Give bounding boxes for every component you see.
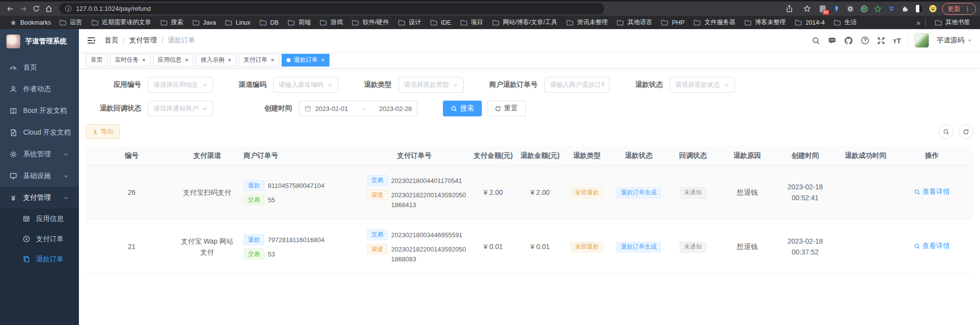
refresh-table-button[interactable] [958,124,973,139]
sidebar-subitem-2[interactable]: 退款订单 [0,249,79,269]
cell-success-time [836,188,895,198]
sidebar-item-4[interactable]: 系统管理 [0,144,79,165]
forward-icon[interactable] [17,3,30,15]
bookmarks-overflow-chevron[interactable]: » [916,19,920,27]
order-no-line: 交易 53 [244,249,358,259]
user-avatar[interactable] [914,33,929,48]
bookmark-folder[interactable]: 文件服务器 [690,17,739,28]
close-icon[interactable]: × [228,57,231,63]
fullscreen-icon[interactable] [877,36,885,45]
extension-dark-circle[interactable] [846,4,854,13]
toggle-search-button[interactable] [939,124,953,139]
extension-green-star[interactable] [873,4,882,13]
bookmark-folder[interactable]: 近期需要读的文章 [87,17,155,28]
bookmark-star-icon[interactable] [800,3,813,15]
bookmark-folder[interactable]: PHP [657,18,689,28]
sidebar-item-0[interactable]: 首页 [0,57,79,78]
folder-icon [661,19,668,26]
bookmark-folder[interactable]: 游戏 [316,17,347,28]
message-icon[interactable] [828,36,836,45]
reload-icon[interactable] [30,3,42,15]
reset-button[interactable]: 重置 [487,101,526,116]
bookmark-folder[interactable]: 2014-4 [791,18,829,28]
sidebar-item-6[interactable]: ¥ 支付管理 [0,187,79,209]
other-bookmarks-folder[interactable]: 其他书签 [931,17,974,28]
export-button[interactable]: 导出 [86,124,120,139]
caret-down-icon [967,38,972,43]
extension-reader-mode[interactable] [915,4,923,13]
tab-支付订单[interactable]: 支付订单 × [239,54,279,67]
close-icon[interactable]: × [321,57,325,63]
help-icon[interactable] [861,36,870,45]
bookmark-folder[interactable]: 其他语言 [613,17,656,28]
bookmark-folder[interactable]: 博客未整理 [740,17,790,28]
close-icon[interactable]: × [271,57,274,63]
close-icon[interactable]: × [142,57,145,63]
filter-select[interactable]: 请选择退款类型 [399,77,464,93]
sidebar-fold-icon[interactable] [87,36,96,45]
filter-select[interactable]: 请选择退款状态 [670,77,735,93]
create-time-range-picker[interactable]: 2023-02-01 - 2023-02-28 [299,101,417,116]
tags-view: 首页 定时任务 × 应用信息 × 接入示例 × 支付订单 × 退款订单 × [79,52,980,69]
bookmarks-root[interactable]: Bookmarks [6,18,55,28]
back-icon[interactable] [4,3,17,15]
breadcrumb-item[interactable]: 支付管理 [129,36,157,45]
column-header: 退款状态 [612,151,666,160]
search-icon[interactable] [812,36,820,45]
font-size-icon[interactable]: ᴛT [893,37,901,44]
close-icon[interactable]: × [185,57,188,63]
extension-blue-kite[interactable] [832,4,840,13]
filter-input[interactable]: 请输入商户退款订单号 [544,77,610,93]
bookmark-folder[interactable]: Java [188,18,220,28]
bookmark-folder[interactable]: IDE [426,18,455,28]
github-icon[interactable] [844,36,853,45]
breadcrumb-item[interactable]: 首页 [105,36,118,45]
tab-定时任务[interactable]: 定时任务 × [110,54,150,67]
bookmark-folder[interactable]: 软件/硬件 [348,17,393,28]
callback-status-select[interactable]: 请选择通知商户退款结果的 [148,101,213,116]
extensions-puzzle[interactable] [901,4,909,13]
sidebar-item-1[interactable]: 作者动态 [0,78,79,100]
share-icon[interactable] [783,3,796,15]
bookmark-folder[interactable]: 前端 [284,17,315,28]
order-tag: 退款 [244,180,264,191]
profile-avatar[interactable] [929,4,937,13]
user-menu[interactable]: 芋道源码 [937,36,972,45]
bookmark-label: 博客未整理 [755,18,786,27]
bookmark-folder[interactable]: 运营 [55,17,86,28]
bookmark-folder[interactable]: 项目 [456,17,487,28]
sidebar-item-5[interactable]: 基础设施 [0,165,79,187]
tab-退款订单[interactable]: 退款订单 × [282,54,329,67]
app-logo[interactable]: 芋道管理系统 [0,29,79,54]
bookmark-folder[interactable]: 网站/博客/文章/工具 [488,17,561,28]
sidebar-subitem-0[interactable]: 应用信息 [0,209,79,229]
order-no-line: 交易 20230218003446955591 [367,229,466,240]
search-button[interactable]: 搜索 [443,101,482,116]
tab-接入示例[interactable]: 接入示例 × [196,54,236,67]
bookmark-folder[interactable]: 生活 [830,17,861,28]
extension-green-dot[interactable] [860,4,868,13]
sidebar-item-3[interactable]: Cloud 开发文档 [0,122,79,144]
view-detail-link[interactable]: 查看详情 [914,241,950,252]
view-detail-link[interactable]: 查看详情 [914,186,950,197]
filter-select[interactable]: 请输入渠道编码 [273,77,338,93]
chrome-update-button[interactable]: 更新 ⋮ [942,3,976,15]
filter-select[interactable]: 请选择应用信息 [148,77,213,93]
bookmark-folder[interactable]: 资讯未整理 [562,17,612,28]
site-info-icon[interactable]: i [65,5,72,12]
bookmark-folder[interactable]: DB [255,18,283,28]
tab-应用信息[interactable]: 应用信息 × [153,54,193,67]
chevron-down-icon [724,82,729,88]
bookmark-folder[interactable]: 设计 [394,17,425,28]
column-header: 支付渠道 [178,151,237,160]
tab-首页[interactable]: 首页 [86,54,108,67]
address-bar[interactable]: i 127.0.0.1:1024/pay/refund [59,3,604,14]
sidebar-subitem-1[interactable]: ¥ 支付订单 [0,229,79,249]
home-icon[interactable] [42,3,55,15]
extension-update-badge[interactable]: 12 [818,4,827,13]
sidebar-item-2[interactable]: Boot 开发文档 [0,100,79,122]
bookmark-folder[interactable]: Linux [221,18,254,28]
menu-kebab-icon[interactable]: ⋮ [964,5,971,12]
bookmark-folder[interactable]: 搜索 [156,17,187,28]
extension-double-chevron[interactable] [887,4,896,13]
